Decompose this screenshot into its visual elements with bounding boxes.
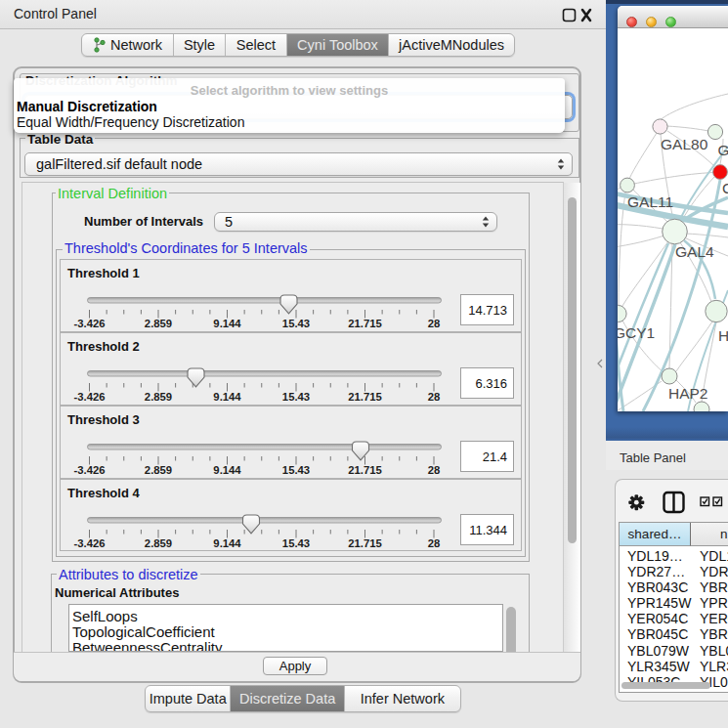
svg-text:-3.426: -3.426 (73, 464, 105, 476)
svg-text:GAL4: GAL4 (675, 243, 714, 260)
svg-text:21.715: 21.715 (348, 391, 382, 403)
svg-text:28: 28 (428, 537, 441, 549)
svg-text:G.: G. (718, 142, 728, 158)
svg-text:28: 28 (428, 318, 441, 329)
svg-text:15.43: 15.43 (282, 464, 310, 476)
svg-text:9.144: 9.144 (213, 318, 241, 329)
svg-text:2.859: 2.859 (145, 391, 172, 403)
svg-text:21.715: 21.715 (348, 464, 382, 476)
svg-text:GAL80: GAL80 (661, 136, 708, 152)
svg-text:-3.426: -3.426 (73, 391, 105, 403)
svg-text:28: 28 (428, 464, 441, 476)
svg-text:2.859: 2.859 (145, 537, 172, 549)
svg-text:2.859: 2.859 (145, 318, 172, 329)
svg-text:9.144: 9.144 (213, 537, 241, 549)
svg-text:15.43: 15.43 (282, 537, 310, 549)
svg-text:H: H (718, 327, 728, 344)
svg-text:9.144: 9.144 (213, 464, 241, 476)
svg-text:HAP2: HAP2 (668, 385, 708, 402)
svg-text:-3.426: -3.426 (73, 318, 105, 329)
svg-text:15.43: 15.43 (282, 318, 310, 329)
svg-text:15.43: 15.43 (282, 391, 310, 403)
svg-text:9.144: 9.144 (213, 391, 241, 403)
svg-text:GCY1: GCY1 (618, 324, 655, 341)
svg-text:2.859: 2.859 (145, 464, 172, 476)
svg-text:21.715: 21.715 (348, 318, 382, 329)
svg-text:21.715: 21.715 (348, 537, 382, 549)
svg-text:C: C (722, 180, 728, 196)
svg-text:-3.426: -3.426 (73, 537, 105, 549)
svg-text:28: 28 (428, 391, 441, 403)
svg-text:GAL11: GAL11 (627, 193, 673, 210)
